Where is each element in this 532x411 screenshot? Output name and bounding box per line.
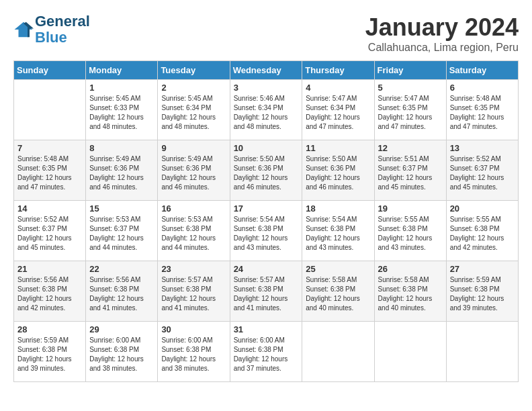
day-info: Sunrise: 5:58 AM Sunset: 6:38 PM Dayligh… [306,275,370,313]
calendar-cell: 2Sunrise: 5:45 AM Sunset: 6:34 PM Daylig… [158,80,230,140]
logo: General Blue [13,13,90,46]
calendar-cell [302,322,374,382]
day-number: 21 [17,264,82,274]
day-info: Sunrise: 5:57 AM Sunset: 6:38 PM Dayligh… [161,275,226,313]
day-info: Sunrise: 5:47 AM Sunset: 6:34 PM Dayligh… [306,94,370,132]
calendar-cell: 23Sunrise: 5:57 AM Sunset: 6:38 PM Dayli… [158,261,230,322]
calendar-week-4: 21Sunrise: 5:56 AM Sunset: 6:38 PM Dayli… [14,261,519,322]
day-number: 24 [234,264,299,274]
day-number: 10 [234,143,299,153]
day-info: Sunrise: 5:49 AM Sunset: 6:36 PM Dayligh… [161,154,226,192]
day-number: 6 [450,83,515,93]
page-header: General Blue January 2024 Callahuanca, L… [13,13,519,54]
header-monday: Monday [86,61,158,80]
day-info: Sunrise: 5:48 AM Sunset: 6:35 PM Dayligh… [17,154,82,192]
month-title: January 2024 [365,13,519,42]
day-info: Sunrise: 5:47 AM Sunset: 6:35 PM Dayligh… [378,94,443,132]
calendar-cell: 3Sunrise: 5:46 AM Sunset: 6:34 PM Daylig… [230,80,302,140]
day-number: 5 [378,83,443,93]
day-info: Sunrise: 5:54 AM Sunset: 6:38 PM Dayligh… [306,215,370,253]
title-block: January 2024 Callahuanca, Lima region, P… [365,13,519,54]
day-number: 1 [89,83,154,93]
day-info: Sunrise: 5:59 AM Sunset: 6:38 PM Dayligh… [450,275,515,313]
calendar-cell: 27Sunrise: 5:59 AM Sunset: 6:38 PM Dayli… [446,261,518,322]
calendar-cell: 18Sunrise: 5:54 AM Sunset: 6:38 PM Dayli… [302,201,374,261]
day-info: Sunrise: 5:57 AM Sunset: 6:38 PM Dayligh… [234,275,299,313]
day-number: 17 [234,203,299,214]
calendar-cell: 25Sunrise: 5:58 AM Sunset: 6:38 PM Dayli… [302,261,374,322]
calendar-cell: 20Sunrise: 5:55 AM Sunset: 6:38 PM Dayli… [446,201,518,261]
day-info: Sunrise: 5:49 AM Sunset: 6:36 PM Dayligh… [89,154,154,192]
day-number: 19 [378,203,443,214]
day-number: 14 [17,203,82,214]
calendar-week-5: 28Sunrise: 5:59 AM Sunset: 6:38 PM Dayli… [14,322,519,382]
day-number: 29 [89,324,154,334]
calendar-cell: 8Sunrise: 5:49 AM Sunset: 6:36 PM Daylig… [86,140,158,201]
calendar-week-2: 7Sunrise: 5:48 AM Sunset: 6:35 PM Daylig… [14,140,519,201]
day-info: Sunrise: 5:48 AM Sunset: 6:35 PM Dayligh… [450,94,515,132]
day-info: Sunrise: 6:00 AM Sunset: 6:38 PM Dayligh… [161,336,226,373]
day-info: Sunrise: 5:55 AM Sunset: 6:38 PM Dayligh… [450,215,515,253]
day-number: 9 [161,143,226,153]
calendar-cell: 1Sunrise: 5:45 AM Sunset: 6:33 PM Daylig… [86,80,158,140]
day-number: 30 [161,324,226,334]
day-info: Sunrise: 5:58 AM Sunset: 6:38 PM Dayligh… [378,275,443,313]
day-info: Sunrise: 5:45 AM Sunset: 6:33 PM Dayligh… [89,94,154,132]
calendar-cell: 16Sunrise: 5:53 AM Sunset: 6:38 PM Dayli… [158,201,230,261]
calendar-cell [446,322,518,382]
calendar-cell: 6Sunrise: 5:48 AM Sunset: 6:35 PM Daylig… [446,80,518,140]
calendar-cell: 15Sunrise: 5:53 AM Sunset: 6:37 PM Dayli… [86,201,158,261]
day-number: 25 [306,264,370,274]
day-number: 7 [17,143,82,153]
day-number: 26 [378,264,443,274]
header-friday: Friday [374,61,446,80]
calendar-cell: 4Sunrise: 5:47 AM Sunset: 6:34 PM Daylig… [302,80,374,140]
calendar-cell: 29Sunrise: 6:00 AM Sunset: 6:38 PM Dayli… [86,322,158,382]
calendar-cell: 7Sunrise: 5:48 AM Sunset: 6:35 PM Daylig… [14,140,86,201]
header-wednesday: Wednesday [230,61,302,80]
logo-text: General Blue [35,13,90,46]
header-tuesday: Tuesday [158,61,230,80]
day-number: 28 [17,324,82,334]
calendar-cell: 30Sunrise: 6:00 AM Sunset: 6:38 PM Dayli… [158,322,230,382]
day-info: Sunrise: 5:52 AM Sunset: 6:37 PM Dayligh… [17,215,82,253]
day-info: Sunrise: 5:52 AM Sunset: 6:37 PM Dayligh… [450,154,515,192]
day-info: Sunrise: 5:51 AM Sunset: 6:37 PM Dayligh… [378,154,443,192]
logo-icon [13,19,34,40]
calendar-cell: 11Sunrise: 5:50 AM Sunset: 6:36 PM Dayli… [302,140,374,201]
calendar-cell: 12Sunrise: 5:51 AM Sunset: 6:37 PM Dayli… [374,140,446,201]
calendar-cell: 31Sunrise: 6:00 AM Sunset: 6:38 PM Dayli… [230,322,302,382]
day-info: Sunrise: 5:50 AM Sunset: 6:36 PM Dayligh… [234,154,299,192]
day-info: Sunrise: 6:00 AM Sunset: 6:38 PM Dayligh… [89,336,154,373]
day-info: Sunrise: 5:53 AM Sunset: 6:37 PM Dayligh… [89,215,154,253]
day-info: Sunrise: 5:56 AM Sunset: 6:38 PM Dayligh… [89,275,154,313]
day-info: Sunrise: 5:59 AM Sunset: 6:38 PM Dayligh… [17,336,82,373]
calendar-cell: 13Sunrise: 5:52 AM Sunset: 6:37 PM Dayli… [446,140,518,201]
calendar-cell: 14Sunrise: 5:52 AM Sunset: 6:37 PM Dayli… [14,201,86,261]
calendar-week-3: 14Sunrise: 5:52 AM Sunset: 6:37 PM Dayli… [14,201,519,261]
day-number: 11 [306,143,370,153]
calendar-cell: 24Sunrise: 5:57 AM Sunset: 6:38 PM Dayli… [230,261,302,322]
calendar-cell: 19Sunrise: 5:55 AM Sunset: 6:38 PM Dayli… [374,201,446,261]
calendar-cell: 17Sunrise: 5:54 AM Sunset: 6:38 PM Dayli… [230,201,302,261]
day-info: Sunrise: 5:46 AM Sunset: 6:34 PM Dayligh… [234,94,299,132]
day-info: Sunrise: 5:55 AM Sunset: 6:38 PM Dayligh… [378,215,443,253]
day-number: 12 [378,143,443,153]
day-number: 31 [234,324,299,334]
day-number: 8 [89,143,154,153]
header-saturday: Saturday [446,61,518,80]
calendar-header-row: SundayMondayTuesdayWednesdayThursdayFrid… [14,61,519,80]
calendar-cell [14,80,86,140]
day-number: 3 [234,83,299,93]
calendar-cell: 26Sunrise: 5:58 AM Sunset: 6:38 PM Dayli… [374,261,446,322]
day-number: 13 [450,143,515,153]
day-number: 16 [161,203,226,214]
day-number: 20 [450,203,515,214]
day-number: 23 [161,264,226,274]
day-number: 18 [306,203,370,214]
day-info: Sunrise: 5:53 AM Sunset: 6:38 PM Dayligh… [161,215,226,253]
day-number: 15 [89,203,154,214]
calendar-cell: 22Sunrise: 5:56 AM Sunset: 6:38 PM Dayli… [86,261,158,322]
header-sunday: Sunday [14,61,86,80]
day-info: Sunrise: 5:45 AM Sunset: 6:34 PM Dayligh… [161,94,226,132]
